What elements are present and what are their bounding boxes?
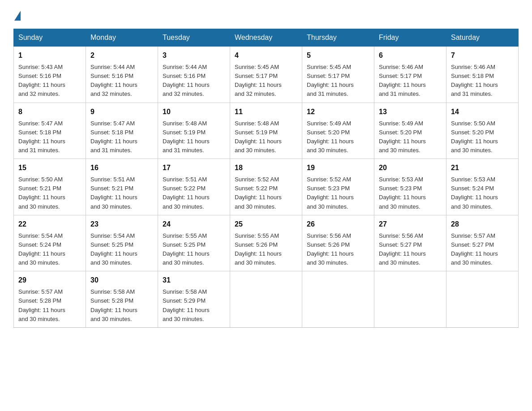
calendar-cell <box>230 271 302 328</box>
day-number: 29 <box>18 275 81 286</box>
day-number: 3 <box>163 50 225 61</box>
day-number: 28 <box>451 219 514 230</box>
day-number: 6 <box>379 50 442 61</box>
calendar-cell: 1Sunrise: 5:43 AMSunset: 5:16 PMDaylight… <box>14 47 86 103</box>
calendar-cell: 10Sunrise: 5:48 AMSunset: 5:19 PMDayligh… <box>158 103 230 159</box>
day-info: Sunrise: 5:56 AMSunset: 5:26 PMDaylight:… <box>307 232 354 266</box>
calendar-cell <box>446 271 519 328</box>
day-info: Sunrise: 5:47 AMSunset: 5:18 PMDaylight:… <box>18 120 65 154</box>
day-number: 23 <box>90 219 153 230</box>
calendar-cell: 16Sunrise: 5:51 AMSunset: 5:21 PMDayligh… <box>86 159 158 215</box>
day-number: 31 <box>163 275 225 286</box>
calendar-cell: 15Sunrise: 5:50 AMSunset: 5:21 PMDayligh… <box>14 159 86 215</box>
day-number: 9 <box>90 107 153 117</box>
day-info: Sunrise: 5:56 AMSunset: 5:27 PMDaylight:… <box>379 232 426 266</box>
day-info: Sunrise: 5:45 AMSunset: 5:17 PMDaylight:… <box>235 64 282 97</box>
day-number: 12 <box>307 107 369 117</box>
calendar-cell: 9Sunrise: 5:47 AMSunset: 5:18 PMDaylight… <box>86 103 158 159</box>
day-number: 16 <box>90 163 153 173</box>
day-number: 11 <box>235 107 297 117</box>
calendar-cell: 31Sunrise: 5:58 AMSunset: 5:29 PMDayligh… <box>158 271 230 328</box>
day-info: Sunrise: 5:50 AMSunset: 5:21 PMDaylight:… <box>18 176 65 210</box>
weekday-header-row: SundayMondayTuesdayWednesdayThursdayFrid… <box>14 29 519 47</box>
day-info: Sunrise: 5:57 AMSunset: 5:27 PMDaylight:… <box>451 232 498 266</box>
calendar-cell: 12Sunrise: 5:49 AMSunset: 5:20 PMDayligh… <box>302 103 374 159</box>
day-number: 5 <box>307 50 369 61</box>
day-info: Sunrise: 5:57 AMSunset: 5:28 PMDaylight:… <box>18 288 65 322</box>
calendar-cell: 22Sunrise: 5:54 AMSunset: 5:24 PMDayligh… <box>14 215 86 271</box>
calendar-cell: 25Sunrise: 5:55 AMSunset: 5:26 PMDayligh… <box>230 215 302 271</box>
day-info: Sunrise: 5:54 AMSunset: 5:25 PMDaylight:… <box>90 232 137 266</box>
calendar-cell: 14Sunrise: 5:50 AMSunset: 5:20 PMDayligh… <box>446 103 519 159</box>
day-info: Sunrise: 5:55 AMSunset: 5:25 PMDaylight:… <box>163 232 210 266</box>
calendar-cell: 6Sunrise: 5:46 AMSunset: 5:17 PMDaylight… <box>374 47 446 103</box>
day-info: Sunrise: 5:50 AMSunset: 5:20 PMDaylight:… <box>451 120 498 154</box>
day-info: Sunrise: 5:51 AMSunset: 5:22 PMDaylight:… <box>163 176 210 210</box>
day-info: Sunrise: 5:53 AMSunset: 5:23 PMDaylight:… <box>379 176 426 210</box>
calendar-cell: 4Sunrise: 5:45 AMSunset: 5:17 PMDaylight… <box>230 47 302 103</box>
day-number: 27 <box>379 219 442 230</box>
day-info: Sunrise: 5:55 AMSunset: 5:26 PMDaylight:… <box>235 232 282 266</box>
calendar-cell: 17Sunrise: 5:51 AMSunset: 5:22 PMDayligh… <box>158 159 230 215</box>
day-info: Sunrise: 5:54 AMSunset: 5:24 PMDaylight:… <box>18 232 65 266</box>
calendar-week-row: 15Sunrise: 5:50 AMSunset: 5:21 PMDayligh… <box>14 159 519 215</box>
calendar-week-row: 1Sunrise: 5:43 AMSunset: 5:16 PMDaylight… <box>14 47 519 103</box>
day-info: Sunrise: 5:58 AMSunset: 5:28 PMDaylight:… <box>90 288 137 322</box>
day-number: 8 <box>18 107 81 117</box>
weekday-header-sunday: Sunday <box>14 29 86 47</box>
calendar-cell: 26Sunrise: 5:56 AMSunset: 5:26 PMDayligh… <box>302 215 374 271</box>
calendar-week-row: 29Sunrise: 5:57 AMSunset: 5:28 PMDayligh… <box>14 271 519 328</box>
calendar-cell: 2Sunrise: 5:44 AMSunset: 5:16 PMDaylight… <box>86 47 158 103</box>
calendar-cell: 21Sunrise: 5:53 AMSunset: 5:24 PMDayligh… <box>446 159 519 215</box>
calendar-cell: 27Sunrise: 5:56 AMSunset: 5:27 PMDayligh… <box>374 215 446 271</box>
calendar-week-row: 8Sunrise: 5:47 AMSunset: 5:18 PMDaylight… <box>14 103 519 159</box>
day-number: 25 <box>235 219 297 230</box>
weekday-header-thursday: Thursday <box>302 29 374 47</box>
day-info: Sunrise: 5:58 AMSunset: 5:29 PMDaylight:… <box>163 288 210 322</box>
day-info: Sunrise: 5:49 AMSunset: 5:20 PMDaylight:… <box>307 120 354 154</box>
day-number: 18 <box>235 163 297 173</box>
calendar-cell: 29Sunrise: 5:57 AMSunset: 5:28 PMDayligh… <box>14 271 86 328</box>
day-info: Sunrise: 5:44 AMSunset: 5:16 PMDaylight:… <box>163 64 210 97</box>
day-info: Sunrise: 5:44 AMSunset: 5:16 PMDaylight:… <box>90 64 137 97</box>
day-number: 17 <box>163 163 225 173</box>
day-number: 7 <box>451 50 514 61</box>
calendar-week-row: 22Sunrise: 5:54 AMSunset: 5:24 PMDayligh… <box>14 215 519 271</box>
page-header <box>13 9 519 21</box>
day-number: 10 <box>163 107 225 117</box>
calendar-cell <box>374 271 446 328</box>
day-info: Sunrise: 5:47 AMSunset: 5:18 PMDaylight:… <box>90 120 137 154</box>
calendar-cell: 24Sunrise: 5:55 AMSunset: 5:25 PMDayligh… <box>158 215 230 271</box>
day-info: Sunrise: 5:52 AMSunset: 5:22 PMDaylight:… <box>235 176 282 210</box>
day-number: 14 <box>451 107 514 117</box>
day-info: Sunrise: 5:45 AMSunset: 5:17 PMDaylight:… <box>307 64 354 97</box>
calendar-cell: 20Sunrise: 5:53 AMSunset: 5:23 PMDayligh… <box>374 159 446 215</box>
day-info: Sunrise: 5:52 AMSunset: 5:23 PMDaylight:… <box>307 176 354 210</box>
weekday-header-friday: Friday <box>374 29 446 47</box>
calendar-cell: 23Sunrise: 5:54 AMSunset: 5:25 PMDayligh… <box>86 215 158 271</box>
day-number: 20 <box>379 163 442 173</box>
day-number: 30 <box>90 275 153 286</box>
calendar-cell: 13Sunrise: 5:49 AMSunset: 5:20 PMDayligh… <box>374 103 446 159</box>
day-number: 4 <box>235 50 297 61</box>
calendar-cell: 18Sunrise: 5:52 AMSunset: 5:22 PMDayligh… <box>230 159 302 215</box>
calendar-cell: 8Sunrise: 5:47 AMSunset: 5:18 PMDaylight… <box>14 103 86 159</box>
calendar-cell: 30Sunrise: 5:58 AMSunset: 5:28 PMDayligh… <box>86 271 158 328</box>
calendar-cell <box>302 271 374 328</box>
calendar-cell: 11Sunrise: 5:48 AMSunset: 5:19 PMDayligh… <box>230 103 302 159</box>
day-info: Sunrise: 5:43 AMSunset: 5:16 PMDaylight:… <box>18 64 65 97</box>
weekday-header-saturday: Saturday <box>446 29 519 47</box>
day-number: 1 <box>18 50 81 61</box>
weekday-header-wednesday: Wednesday <box>230 29 302 47</box>
day-number: 21 <box>451 163 514 173</box>
day-info: Sunrise: 5:48 AMSunset: 5:19 PMDaylight:… <box>235 120 282 154</box>
calendar-cell: 19Sunrise: 5:52 AMSunset: 5:23 PMDayligh… <box>302 159 374 215</box>
day-number: 19 <box>307 163 369 173</box>
calendar-cell: 5Sunrise: 5:45 AMSunset: 5:17 PMDaylight… <box>302 47 374 103</box>
weekday-header-tuesday: Tuesday <box>158 29 230 47</box>
logo-triangle-icon <box>14 11 21 21</box>
day-info: Sunrise: 5:46 AMSunset: 5:18 PMDaylight:… <box>451 64 498 97</box>
weekday-header-monday: Monday <box>86 29 158 47</box>
day-info: Sunrise: 5:48 AMSunset: 5:19 PMDaylight:… <box>163 120 210 154</box>
day-info: Sunrise: 5:51 AMSunset: 5:21 PMDaylight:… <box>90 176 137 210</box>
